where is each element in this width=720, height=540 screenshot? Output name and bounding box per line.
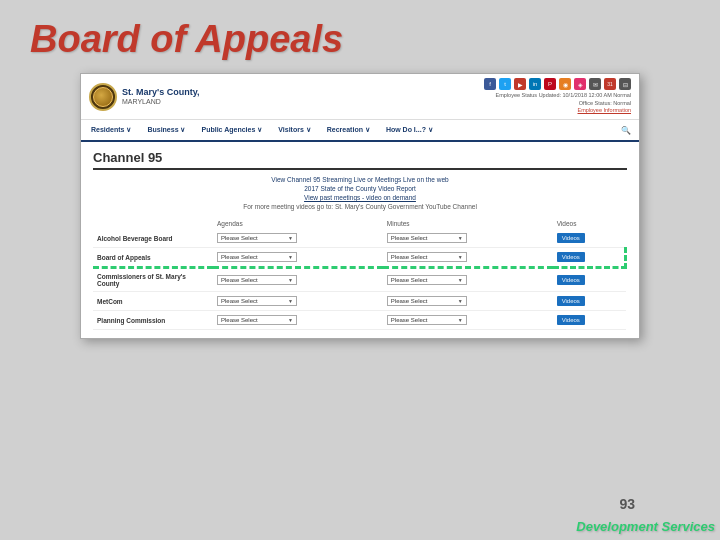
status-text: Employee Status Updated: 10/1/2018 12:00… <box>484 92 631 115</box>
facebook-icon: f <box>484 78 496 90</box>
minutes-arrow: ▼ <box>458 298 463 304</box>
minutes-arrow: ▼ <box>458 254 463 260</box>
agendas-placeholder: Please Select <box>221 254 258 260</box>
agendas-cell: Please Select ▼ <box>213 292 383 311</box>
table-row: Alcohol Beverage Board Please Select ▼ P… <box>93 229 626 248</box>
page-title: Board of Appeals <box>30 18 690 61</box>
youtube-icon: ▶ <box>514 78 526 90</box>
pinterest-icon: P <box>544 78 556 90</box>
minutes-placeholder: Please Select <box>391 277 428 283</box>
agendas-cell: Please Select ▼ <box>213 229 383 248</box>
search-icon[interactable]: 🔍 <box>621 126 631 135</box>
agendas-placeholder: Please Select <box>221 277 258 283</box>
minutes-select[interactable]: Please Select ▼ <box>387 252 467 262</box>
minutes-select[interactable]: Please Select ▼ <box>387 275 467 285</box>
minutes-placeholder: Please Select <box>391 254 428 260</box>
minutes-select[interactable]: Please Select ▼ <box>387 233 467 243</box>
agendas-select[interactable]: Please Select ▼ <box>217 233 297 243</box>
social-icons: f t ▶ in P ◉ ◈ ✉ 31 ⊟ <box>484 78 631 90</box>
navigation-bar: Residents ∨ Business ∨ Public Agencies ∨… <box>81 120 639 142</box>
minutes-select[interactable]: Please Select ▼ <box>387 296 467 306</box>
table-row: MetCom Please Select ▼ Please Select ▼ V… <box>93 292 626 311</box>
nav-how-do-i[interactable]: How Do I...? ∨ <box>384 126 435 134</box>
agendas-select[interactable]: Please Select ▼ <box>217 275 297 285</box>
channel-desc1: View Channel 95 Streaming Live or Meetin… <box>93 176 627 183</box>
videos-cell: Videos <box>553 248 626 268</box>
county-state: MARYLAND <box>122 98 199 106</box>
employee-link[interactable]: Employee Information <box>484 107 631 115</box>
minutes-cell: Please Select ▼ <box>383 311 553 330</box>
minutes-cell: Please Select ▼ <box>383 248 553 268</box>
agendas-arrow: ▼ <box>288 277 293 283</box>
logo-area: St. Mary's County, MARYLAND <box>89 83 199 111</box>
videos-cell: Videos <box>553 268 626 292</box>
videos-cell: Videos <box>553 292 626 311</box>
agendas-select[interactable]: Please Select ▼ <box>217 315 297 325</box>
minutes-arrow: ▼ <box>458 317 463 323</box>
agendas-arrow: ▼ <box>288 254 293 260</box>
county-name: St. Mary's County, <box>122 87 199 98</box>
nav-recreation[interactable]: Recreation ∨ <box>325 126 372 134</box>
agendas-placeholder: Please Select <box>221 317 258 323</box>
minutes-cell: Please Select ▼ <box>383 229 553 248</box>
col-header-videos: Videos <box>553 218 626 229</box>
row-label: Alcohol Beverage Board <box>93 229 213 248</box>
minutes-cell: Please Select ▼ <box>383 292 553 311</box>
minutes-arrow: ▼ <box>458 277 463 283</box>
nav-public-agencies[interactable]: Public Agencies ∨ <box>199 126 264 134</box>
agendas-placeholder: Please Select <box>221 298 258 304</box>
nav-visitors[interactable]: Visitors ∨ <box>276 126 313 134</box>
agendas-cell: Please Select ▼ <box>213 268 383 292</box>
videos-cell: Videos <box>553 229 626 248</box>
nav-residents[interactable]: Residents ∨ <box>89 126 133 134</box>
minutes-placeholder: Please Select <box>391 235 428 241</box>
print-icon: ⊟ <box>619 78 631 90</box>
agendas-cell: Please Select ▼ <box>213 311 383 330</box>
table-row: Board of Appeals Please Select ▼ Please … <box>93 248 626 268</box>
agendas-select[interactable]: Please Select ▼ <box>217 296 297 306</box>
site-header: St. Mary's County, MARYLAND f t ▶ in P ◉… <box>81 74 639 120</box>
linkedin-icon: in <box>529 78 541 90</box>
minutes-arrow: ▼ <box>458 235 463 241</box>
agendas-cell: Please Select ▼ <box>213 248 383 268</box>
row-label: Board of Appeals <box>93 248 213 268</box>
minutes-placeholder: Please Select <box>391 298 428 304</box>
instagram-icon: ◈ <box>574 78 586 90</box>
col-header-name <box>93 218 213 229</box>
table-row: Commissioners of St. Mary's County Pleas… <box>93 268 626 292</box>
videos-cell: Videos <box>553 311 626 330</box>
agendas-arrow: ▼ <box>288 235 293 241</box>
row-label: Commissioners of St. Mary's County <box>93 268 213 292</box>
logo-inner <box>93 87 113 107</box>
videos-button[interactable]: Videos <box>557 296 585 306</box>
col-header-minutes: Minutes <box>383 218 553 229</box>
videos-button[interactable]: Videos <box>557 275 585 285</box>
table-row: Planning Commission Please Select ▼ Plea… <box>93 311 626 330</box>
agendas-select[interactable]: Please Select ▼ <box>217 252 297 262</box>
twitter-icon: t <box>499 78 511 90</box>
videos-button[interactable]: Videos <box>557 315 585 325</box>
view-past-link[interactable]: View past meetings - video on demand <box>93 194 627 201</box>
videos-button[interactable]: Videos <box>557 252 585 262</box>
more-info-text: For more meeting videos go to: St. Mary'… <box>93 203 627 210</box>
table-header-row: Agendas Minutes Videos <box>93 218 626 229</box>
browser-screenshot: St. Mary's County, MARYLAND f t ▶ in P ◉… <box>80 73 640 339</box>
county-logo <box>89 83 117 111</box>
calendar-icon: 31 <box>604 78 616 90</box>
page-number: 93 <box>619 496 635 512</box>
content-area: Channel 95 View Channel 95 Streaming Liv… <box>81 142 639 338</box>
row-label: MetCom <box>93 292 213 311</box>
county-name-block: St. Mary's County, MARYLAND <box>122 87 199 106</box>
col-header-agendas: Agendas <box>213 218 383 229</box>
footer-text: Development Services <box>576 519 715 534</box>
videos-button[interactable]: Videos <box>557 233 585 243</box>
email-icon: ✉ <box>589 78 601 90</box>
title-area: Board of Appeals <box>0 0 720 73</box>
channel-desc2[interactable]: 2017 State of the County Video Report <box>93 185 627 192</box>
minutes-cell: Please Select ▼ <box>383 268 553 292</box>
agendas-arrow: ▼ <box>288 298 293 304</box>
nav-business[interactable]: Business ∨ <box>145 126 187 134</box>
header-right: f t ▶ in P ◉ ◈ ✉ 31 ⊟ Employee Status Up… <box>484 78 631 115</box>
channel-title: Channel 95 <box>93 150 627 170</box>
minutes-select[interactable]: Please Select ▼ <box>387 315 467 325</box>
